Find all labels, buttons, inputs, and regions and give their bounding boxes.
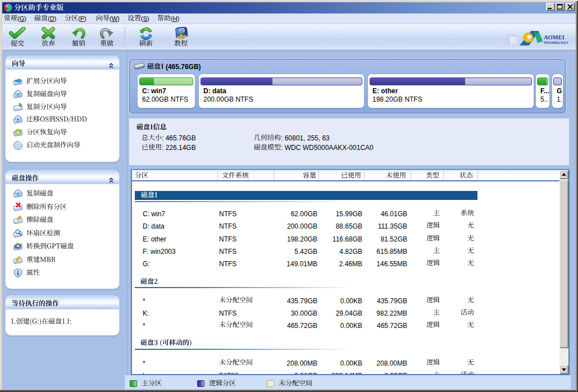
svg-text:AOMEI: AOMEI — [544, 34, 565, 40]
svg-text:TECHNOLOGY: TECHNOLOGY — [544, 41, 568, 44]
